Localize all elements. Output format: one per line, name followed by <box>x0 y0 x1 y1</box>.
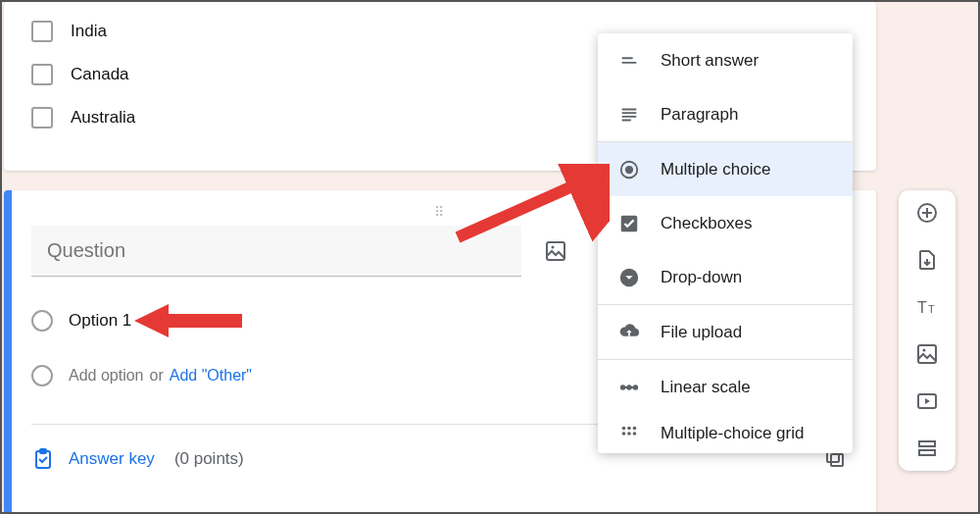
dropdown-item-file-upload[interactable]: File upload <box>598 305 853 359</box>
paragraph-icon <box>617 103 641 127</box>
dropdown-item-drop-down[interactable]: Drop-down <box>598 250 853 304</box>
svg-rect-34 <box>919 441 935 446</box>
svg-point-18 <box>627 386 631 389</box>
dropdown-item-linear-scale[interactable]: Linear scale <box>598 360 853 414</box>
svg-rect-35 <box>919 450 935 455</box>
checkbox-icon <box>31 107 53 128</box>
svg-point-25 <box>633 432 637 436</box>
checkbox-checked-icon <box>617 212 641 235</box>
add-video-button[interactable] <box>914 388 940 414</box>
checkbox-option-label: Australia <box>71 108 135 128</box>
dropdown-item-paragraph[interactable]: Paragraph <box>598 87 853 141</box>
cloud-upload-icon <box>617 321 641 344</box>
add-image-button[interactable] <box>914 341 940 367</box>
dropdown-item-multiple-choice[interactable]: Multiple choice <box>598 142 853 196</box>
answer-key-button[interactable]: Answer key <box>69 449 155 469</box>
checkbox-icon <box>31 21 53 42</box>
dropdown-item-label: Linear scale <box>661 378 751 397</box>
dropdown-item-checkboxes[interactable]: Checkboxes <box>598 196 853 250</box>
grid-icon <box>617 422 641 445</box>
svg-point-20 <box>622 427 626 431</box>
svg-point-17 <box>621 386 625 389</box>
dropdown-item-label: Checkboxes <box>661 214 753 233</box>
svg-point-23 <box>622 432 626 436</box>
radio-icon <box>31 310 53 332</box>
svg-rect-0 <box>547 242 564 260</box>
import-questions-button[interactable] <box>914 247 940 273</box>
svg-text:T: T <box>917 299 927 316</box>
answer-key-icon <box>31 447 55 471</box>
dropdown-item-label: Multiple-choice grid <box>661 424 804 443</box>
dropdown-item-mc-grid[interactable]: Multiple-choice grid <box>598 414 853 453</box>
add-other-button[interactable]: Add "Other" <box>170 367 252 385</box>
question-title-input[interactable] <box>47 239 506 262</box>
add-option-button[interactable]: Add option <box>69 367 144 385</box>
radio-selected-icon <box>617 158 641 181</box>
option-label: Option 1 <box>69 311 131 331</box>
svg-rect-4 <box>831 454 843 466</box>
dropdown-item-label: Short answer <box>661 51 759 71</box>
checkbox-icon <box>31 64 53 85</box>
dropdown-item-label: Drop-down <box>661 268 742 287</box>
linear-scale-icon <box>617 376 641 399</box>
add-question-button[interactable] <box>914 200 940 226</box>
svg-point-1 <box>552 246 555 249</box>
svg-point-19 <box>634 386 638 389</box>
checkbox-option-label: India <box>71 22 107 41</box>
svg-point-13 <box>625 165 633 173</box>
radio-icon <box>31 365 53 386</box>
svg-point-24 <box>627 432 631 436</box>
dropdown-item-label: Paragraph <box>661 105 738 125</box>
svg-point-21 <box>627 427 631 431</box>
side-toolbar: TT <box>899 190 956 471</box>
svg-text:T: T <box>928 303 935 315</box>
svg-rect-31 <box>918 345 936 363</box>
add-title-button[interactable]: TT <box>914 294 940 320</box>
question-input-wrap[interactable] <box>31 226 521 277</box>
dropdown-item-label: File upload <box>661 323 742 342</box>
svg-point-32 <box>923 349 926 352</box>
short-answer-icon <box>617 49 641 73</box>
or-label: or <box>150 367 164 385</box>
add-section-button[interactable] <box>914 436 940 461</box>
dropdown-circle-icon <box>617 266 641 289</box>
dropdown-item-short-answer[interactable]: Short answer <box>598 33 853 87</box>
checkbox-option-label: Canada <box>71 65 129 84</box>
question-type-dropdown: Short answer Paragraph Multiple choice C… <box>598 33 853 453</box>
svg-point-22 <box>633 427 637 431</box>
dropdown-item-label: Multiple choice <box>661 160 770 180</box>
add-image-icon[interactable] <box>543 238 568 264</box>
points-label: (0 points) <box>174 449 244 469</box>
